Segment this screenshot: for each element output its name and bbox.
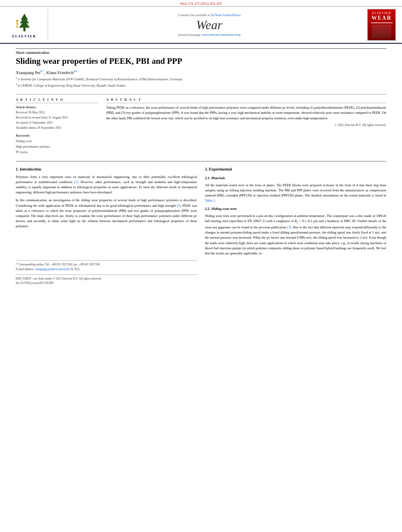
journal-citation-bar: Wear 274–275 (2012) 452–455	[0, 0, 402, 7]
author-affil-ab: a,b	[73, 69, 77, 73]
accepted-date: Accepted 21 September 2011	[16, 120, 98, 126]
journal-header: ELSEVIER Contents lists available at Sci…	[0, 7, 402, 44]
sciverse-anchor[interactable]: SciVerse ScienceDirect	[211, 13, 241, 17]
section-divider	[16, 161, 386, 161]
journal-cover-image: ELSEVIER WEAR	[366, 9, 397, 41]
keyword-1: Sliding wear	[16, 139, 98, 144]
info-abstract-section: A R T I C L E I N F O Article history: R…	[16, 94, 386, 155]
article-info-column: A R T I C L E I N F O Article history: R…	[16, 98, 98, 155]
issn-line: 0043-1648/$ – see front matter © 2011 El…	[16, 276, 197, 281]
article-title: Sliding wear properties of PEEK, PBI and…	[16, 56, 386, 66]
sciverse-link: Contents lists available at SciVerse Sci…	[178, 13, 241, 17]
history-label: Article history:	[16, 105, 98, 109]
svg-line-8	[16, 25, 17, 28]
article-body: Short communication Sliding wear propert…	[0, 48, 402, 285]
elsevier-logo-box: ELSEVIER	[12, 12, 37, 38]
available-date: Available online 29 September 2011	[16, 126, 98, 131]
journal-homepage-text: journal homepage: www.elsevier.com/locat…	[178, 33, 241, 37]
keywords-title: Keywords:	[16, 133, 98, 137]
svg-point-4	[16, 20, 18, 22]
copyright-line: © 2011 Elsevier B.V. All rights reserved…	[106, 123, 386, 127]
abstract-text: Taking PEEK as a reference, the wear per…	[106, 105, 386, 121]
footnote-email: E-mail address: xianqiang.pei@ivw.uni-kl…	[16, 267, 197, 271]
elsevier-tree-icon	[13, 12, 36, 33]
article-type-label: Short communication	[16, 48, 386, 55]
article-info-title: A R T I C L E I N F O	[16, 98, 98, 103]
received-date: Received 26 May 2011	[16, 110, 98, 115]
footnote-star: * Corresponding author. Tel.: +49 631 20…	[16, 262, 197, 267]
issn-doi-footer: 0043-1648/$ – see front matter © 2011 El…	[16, 274, 197, 285]
footnote-divider	[16, 260, 197, 261]
elsevier-logo-area: ELSEVIER	[5, 9, 48, 41]
doi-line: doi:10.1016/j.wear.2011.09.009	[16, 281, 197, 285]
received-revised-date: Received in revised form 31 August 2011	[16, 115, 98, 120]
keywords-list: Sliding wear High performance polymer PV…	[16, 139, 98, 155]
elsevier-wordmark: ELSEVIER	[12, 34, 37, 38]
footnotes-area: * Corresponding author. Tel.: +49 631 20…	[16, 260, 197, 285]
keyword-2: High performance polymer	[16, 144, 98, 150]
sliding-wear-subheading: 2.2. Sliding wear tests	[205, 206, 387, 212]
author-xianqiang: Xianqiang Pei	[16, 70, 41, 75]
wear-cover-box: ELSEVIER WEAR	[367, 9, 396, 41]
svg-marker-3	[19, 20, 30, 28]
ref-3: [3]	[287, 225, 291, 229]
svg-line-9	[17, 25, 18, 28]
materials-subheading: 2.1. Materials	[205, 176, 387, 181]
author-sep: , Klaus Friedrich	[44, 70, 73, 75]
history-items: Received 26 May 2011 Received in revised…	[16, 110, 98, 130]
journal-name-center: Contents lists available at SciVerse Sci…	[53, 9, 366, 41]
abstract-title: A B S T R A C T	[106, 98, 386, 103]
materials-para: All the materials tested were in the for…	[205, 183, 387, 204]
sliding-wear-para: Sliding wear tests were performed in a p…	[205, 213, 387, 256]
experimental-heading: 2. Experimental	[205, 166, 387, 172]
journal-title-display: Wear	[196, 18, 222, 32]
abstract-column: A B S T R A C T Taking PEEK as a referen…	[106, 98, 386, 155]
intro-para-1: Polymers form a very important class of …	[16, 174, 197, 195]
intro-para-2: In this communication, an investigation …	[16, 198, 197, 229]
two-col-body: 1. Introduction Polymers form a very imp…	[16, 166, 386, 285]
authors-line: Xianqiang Peia,*, Klaus Friedricha,b	[16, 69, 386, 75]
ref-1: [1]	[74, 180, 78, 184]
journal-citation: Wear 274–275 (2012) 452–455	[180, 2, 222, 6]
affiliation-b: b b CEREM, College of Engineering, King …	[16, 83, 386, 88]
email-link[interactable]: xianqiang.pei@ivw.uni-kl.de	[35, 267, 69, 271]
journal-homepage-link[interactable]: www.elsevier.com/locate/wear	[202, 33, 241, 37]
left-body-column: 1. Introduction Polymers form a very imp…	[16, 166, 197, 285]
ref-2: [2]	[177, 204, 181, 208]
introduction-heading: 1. Introduction	[16, 166, 197, 172]
keyword-3: PV factor	[16, 150, 98, 155]
table1-ref: Table 1	[205, 198, 215, 202]
wear-cover-word: WEAR	[371, 15, 392, 21]
right-body-column: 2. Experimental 2.1. Materials All the m…	[205, 166, 387, 285]
affiliation-a: a a Institute for Composite Materials (I…	[16, 76, 386, 82]
